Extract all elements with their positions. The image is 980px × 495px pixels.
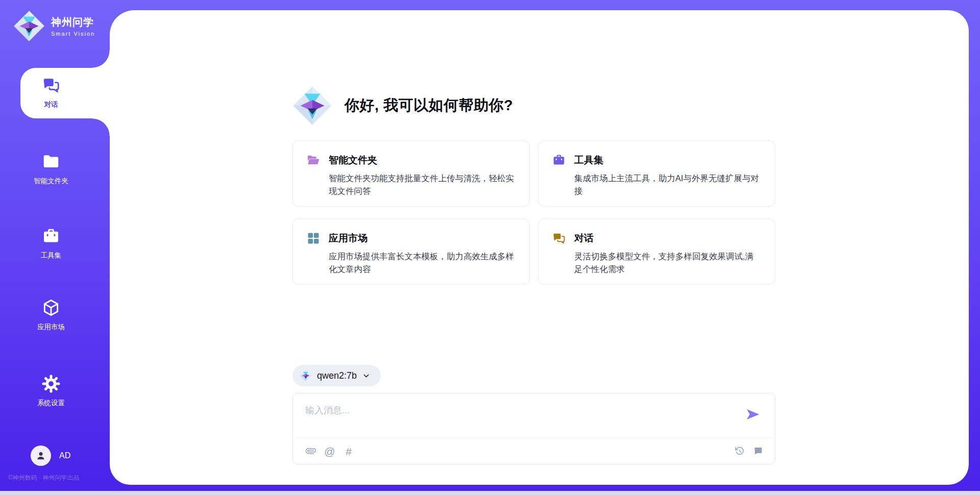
sidebar-item-settings[interactable]: 系统设置	[0, 374, 102, 408]
card-description: 灵活切换多模型文件，支持多样回复效果调试,满足个性化需求	[574, 250, 762, 276]
brand-diamond-icon	[13, 10, 45, 42]
sidebar-item-label: 系统设置	[37, 399, 65, 408]
greeting-block: 你好, 我可以如何帮助你?	[292, 86, 513, 126]
grid-icon	[306, 231, 321, 245]
hash-icon[interactable]: #	[343, 445, 354, 457]
folder-open-icon	[306, 153, 321, 167]
sidebar-item-label: 工具集	[41, 251, 62, 260]
card-title: 对话	[574, 232, 594, 245]
brand-subtitle: Smart Vision	[51, 31, 95, 37]
app-window: 神州问学 Smart Vision 对话 智能文件夹 工具集 应用市场 系统设置…	[0, 0, 980, 491]
chat-icon	[41, 76, 61, 95]
card-description: 应用市场提供丰富长文本模板，助力高效生成多样化文章内容	[329, 250, 516, 276]
folder-icon	[41, 152, 61, 171]
user-name: AD	[59, 451, 70, 460]
sidebar-item-chat[interactable]: 对话	[0, 76, 102, 109]
tab-fillet-top	[92, 51, 110, 68]
sidebar-item-label: 应用市场	[37, 323, 65, 332]
main-panel: 你好, 我可以如何帮助你? 智能文件夹 智能文件夹功能支持批量文件上传与清洗，轻…	[110, 10, 969, 485]
card-description: 集成市场上主流工具，助力AI与外界无缝扩展与对接	[574, 172, 762, 197]
copyright-text: ©神州数码 · 神州问学出品	[8, 474, 80, 482]
brand-logo-block: 神州问学 Smart Vision	[13, 10, 95, 42]
sidebar-item-label: 对话	[44, 100, 58, 109]
sidebar-item-smart-folder[interactable]: 智能文件夹	[0, 152, 102, 186]
sidebar-item-label: 智能文件夹	[34, 177, 68, 186]
card-title: 智能文件夹	[329, 154, 377, 167]
chat-icon	[552, 231, 566, 245]
sidebar-item-toolset[interactable]: 工具集	[0, 227, 102, 260]
chat-bubble-icon[interactable]	[752, 445, 764, 457]
card-toolset[interactable]: 工具集 集成市场上主流工具，助力AI与外界无缝扩展与对接	[538, 140, 775, 207]
greeting-diamond-icon	[292, 86, 332, 126]
card-description: 智能文件夹功能支持批量文件上传与清洗，轻松实现文件问答	[329, 172, 516, 197]
diamond-logo-icon	[300, 369, 312, 382]
cube-icon	[41, 298, 61, 317]
chevron-down-icon	[362, 372, 371, 380]
history-icon[interactable]	[734, 445, 745, 457]
toolbox-icon	[552, 153, 566, 167]
message-composer: @ #	[292, 393, 775, 464]
card-app-market[interactable]: 应用市场 应用市场提供丰富长文本模板，助力高效生成多样化文章内容	[292, 218, 530, 285]
avatar	[31, 445, 51, 466]
card-chat[interactable]: 对话 灵活切换多模型文件，支持多样回复效果调试,满足个性化需求	[538, 218, 775, 285]
paperclip-icon[interactable]	[305, 445, 316, 457]
greeting-title: 你好, 我可以如何帮助你?	[345, 95, 513, 116]
sidebar-item-app-market[interactable]: 应用市场	[0, 298, 102, 332]
composer-toolbar: @ #	[305, 443, 764, 459]
at-icon[interactable]: @	[324, 445, 335, 457]
card-title: 工具集	[574, 154, 603, 167]
person-icon	[35, 450, 47, 462]
user-account[interactable]: AD	[31, 445, 70, 466]
model-name: qwen2:7b	[317, 370, 357, 381]
toolbox-icon	[41, 227, 61, 246]
composer-divider	[296, 437, 772, 438]
message-input[interactable]	[305, 402, 724, 419]
model-selector[interactable]: qwen2:7b	[292, 365, 381, 386]
tab-fillet-bottom	[92, 118, 110, 136]
card-smart-folder[interactable]: 智能文件夹 智能文件夹功能支持批量文件上传与清洗，轻松实现文件问答	[292, 140, 530, 207]
send-icon[interactable]	[745, 407, 761, 422]
card-title: 应用市场	[329, 232, 368, 245]
gear-icon	[41, 374, 61, 393]
feature-cards: 智能文件夹 智能文件夹功能支持批量文件上传与清洗，轻松实现文件问答 工具集 集成…	[292, 140, 775, 285]
brand-name: 神州问学	[51, 15, 95, 29]
